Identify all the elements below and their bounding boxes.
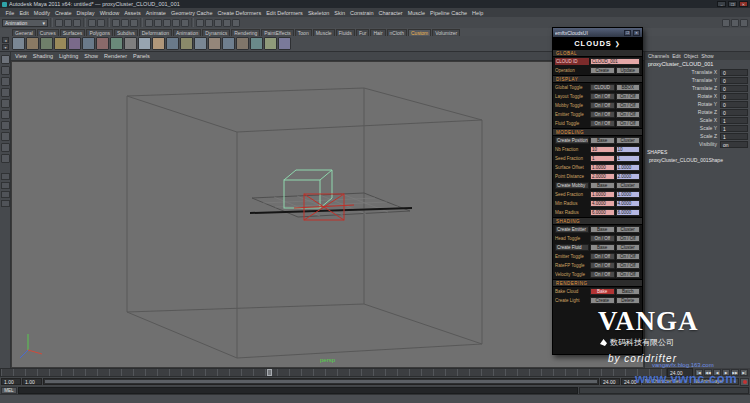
light-delete-button[interactable]: Delete	[616, 297, 641, 304]
bake-button[interactable]: Bake	[590, 288, 615, 295]
move-tool-icon[interactable]	[1, 88, 10, 97]
play-backwards-button[interactable]: ◀	[713, 369, 721, 376]
seed-fraction-base-field[interactable]: 1	[590, 155, 615, 162]
go-to-end-button[interactable]: ▶|	[740, 369, 748, 376]
paint-select-tool-icon[interactable]	[1, 77, 10, 86]
animation-start-field[interactable]: 1.00	[1, 378, 21, 385]
channel-value-field[interactable]: 1	[720, 125, 748, 132]
layout-four-pane-button[interactable]	[1, 182, 10, 189]
menu-set-dropdown[interactable]: Animation ▾	[2, 19, 48, 27]
cloud-id-field[interactable]: CLOUD_001	[590, 58, 640, 65]
panel-menu-lighting[interactable]: Lighting	[59, 53, 78, 59]
shelf-menu-button[interactable]: ▾	[2, 44, 9, 50]
construction-history-icon[interactable]	[196, 19, 204, 27]
nb-fraction-cluster-field[interactable]: 10	[616, 146, 641, 153]
shelf-icon-16[interactable]	[222, 37, 235, 50]
maximize-button[interactable]: ❐	[728, 1, 737, 7]
channel-value-field[interactable]: 1	[720, 117, 748, 124]
shelf-tab-dynamics[interactable]: Dynamics	[202, 29, 230, 36]
layout-on-off-button[interactable]: On / Off	[590, 93, 615, 100]
step-back-button[interactable]: ◀◀	[704, 369, 712, 376]
shelf-icon-19[interactable]	[264, 37, 277, 50]
shelf-tab-general[interactable]: General	[12, 29, 36, 36]
current-time-field[interactable]: 24.00	[667, 368, 693, 377]
menu-window[interactable]: Window	[97, 10, 122, 16]
character-set-dropdown[interactable]: No Character Set ▾	[642, 378, 690, 385]
shelf-icon-2[interactable]	[26, 37, 39, 50]
snap-grid-icon[interactable]	[145, 19, 153, 27]
statusline-divider[interactable]	[191, 18, 194, 27]
shelf-icon-10[interactable]	[138, 37, 151, 50]
channel-edit-menu[interactable]: Edit	[672, 53, 681, 59]
seed-fraction-cluster-field[interactable]: 1	[616, 155, 641, 162]
shelf-icon-9[interactable]	[124, 37, 137, 50]
channel-value-field[interactable]: 0	[720, 109, 748, 116]
viewport-canvas[interactable]: persp	[11, 61, 644, 368]
head-on-off-button[interactable]: On / Off	[590, 235, 615, 242]
play-forwards-button[interactable]: ▶	[722, 369, 730, 376]
shelf-tab-muscle[interactable]: Muscle	[313, 29, 335, 36]
render-settings-icon[interactable]	[232, 19, 240, 27]
light-create-button[interactable]: Create	[590, 297, 615, 304]
emitter-cluster-button[interactable]: Cluster	[616, 226, 641, 233]
mobby-seed-base-field[interactable]: 1.0000	[590, 191, 615, 198]
point-distance-base-field[interactable]: 2.0000	[590, 173, 615, 180]
min-radius-base-field[interactable]: 4.0000	[590, 200, 615, 207]
shelf-tab-hair[interactable]: Hair	[370, 29, 385, 36]
last-tool-icon[interactable]	[1, 154, 10, 163]
emitter-on-off-button-2[interactable]: On / Off	[616, 111, 641, 118]
menu-assets[interactable]: Assets	[122, 10, 144, 16]
fluid-emitter-on-off-button-2[interactable]: On / Off	[616, 253, 641, 260]
show-attribute-editor-icon[interactable]	[722, 19, 730, 27]
shelf-icon-3[interactable]	[40, 37, 53, 50]
make-live-icon[interactable]	[181, 19, 189, 27]
shelf-tab-surfaces[interactable]: Surfaces	[60, 29, 86, 36]
shelf-icon-20[interactable]	[278, 37, 291, 50]
menu-geometry-cache[interactable]: Geometry Cache	[168, 10, 215, 16]
menu-animate[interactable]: Animate	[143, 10, 168, 16]
go-to-start-button[interactable]: |◀	[695, 369, 703, 376]
point-distance-cluster-field[interactable]: 2.0000	[616, 173, 641, 180]
shelf-tab-cycle-button[interactable]: ◂	[2, 37, 9, 43]
menu-create-deformers[interactable]: Create Deformers	[215, 10, 264, 16]
shelf-tab-ncloth[interactable]: nCloth	[387, 29, 407, 36]
menu-edit[interactable]: Edit	[17, 10, 31, 16]
panel-menu-show[interactable]: Show	[84, 53, 98, 59]
statusline-divider[interactable]	[83, 18, 86, 27]
layout-persp-outliner-button[interactable]	[1, 191, 10, 198]
batch-button[interactable]: Batch	[616, 288, 641, 295]
velocity-on-off-button[interactable]: On / Off	[590, 271, 615, 278]
snap-plane-icon[interactable]	[172, 19, 180, 27]
select-hierarchy-icon[interactable]	[112, 19, 120, 27]
layout-hypershade-button[interactable]	[1, 200, 10, 207]
panel-menu-shading[interactable]: Shading	[33, 53, 53, 59]
shelf-icon-5[interactable]	[68, 37, 81, 50]
save-scene-icon[interactable]	[73, 19, 81, 27]
snap-curve-icon[interactable]	[154, 19, 162, 27]
mobby-seed-cluster-field[interactable]: 1.0000	[616, 191, 641, 198]
render-current-frame-icon[interactable]	[214, 19, 222, 27]
shelf-tab-fur[interactable]: Fur	[356, 29, 370, 36]
menu-file[interactable]: File	[3, 10, 17, 16]
menu-help[interactable]: Help	[470, 10, 486, 16]
fluid-on-off-button[interactable]: On / Off	[590, 120, 615, 127]
clouds-window-titlebar[interactable]: emftxCloudsUI ❐ ✕	[553, 28, 642, 37]
layout-on-off-button-2[interactable]: On / Off	[616, 93, 641, 100]
current-frame-marker[interactable]	[267, 369, 272, 376]
rotate-tool-icon[interactable]	[1, 99, 10, 108]
select-tool-icon[interactable]	[1, 55, 10, 64]
shelf-icon-7[interactable]	[96, 37, 109, 50]
soft-mod-tool-icon[interactable]	[1, 132, 10, 141]
channel-value-field[interactable]: on	[720, 141, 748, 148]
menu-create[interactable]: Create	[53, 10, 75, 16]
shelf-tab-toon[interactable]: Toon	[295, 29, 312, 36]
menu-muscle[interactable]: Muscle	[405, 10, 427, 16]
ratefp-on-off-button-2[interactable]: On / Off	[616, 262, 641, 269]
shelf-icon-1[interactable]	[12, 37, 25, 50]
shelf-tab-volumizer[interactable]: Volumizer	[432, 29, 460, 36]
velocity-on-off-button-2[interactable]: On / Off	[616, 271, 641, 278]
fluid-emitter-on-off-button[interactable]: On / Off	[590, 253, 615, 260]
shelf-icon-11[interactable]	[152, 37, 165, 50]
lasso-select-tool-icon[interactable]	[1, 66, 10, 75]
menu-display[interactable]: Display	[74, 10, 97, 16]
